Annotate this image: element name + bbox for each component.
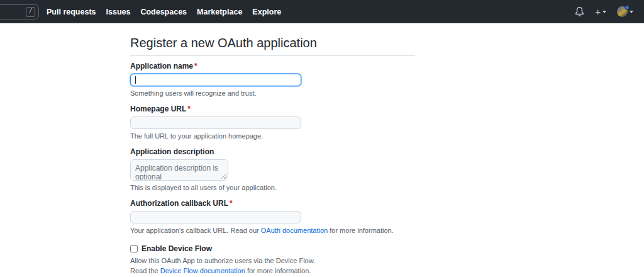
homepage-url-input[interactable]	[130, 116, 301, 129]
device-flow-documentation-link[interactable]: Device Flow documentation	[160, 267, 245, 274]
main-content: Register a new OAuth application Applica…	[0, 23, 415, 277]
field-homepage-url: Homepage URL* The full URL to your appli…	[130, 105, 415, 140]
enable-device-flow-checkbox[interactable]	[130, 245, 138, 252]
enable-device-flow-label[interactable]: Enable Device Flow	[142, 244, 212, 253]
device-flow-help-2: Read the Device Flow documentation for m…	[130, 267, 415, 275]
chevron-down-icon	[602, 11, 606, 13]
field-application-name: Application name* Something users will r…	[130, 62, 415, 98]
nav-item-pull-requests[interactable]: Pull requests	[47, 8, 96, 16]
plus-icon: +	[595, 7, 601, 16]
top-navbar: / Pull requests Issues Codespaces Market…	[0, 0, 644, 23]
nav-item-codespaces[interactable]: Codespaces	[140, 8, 187, 16]
user-menu-button[interactable]	[617, 6, 633, 17]
global-search: /	[0, 0, 39, 23]
nav-item-marketplace[interactable]: Marketplace	[197, 8, 242, 16]
oauth-app-form: Application name* Something users will r…	[130, 62, 415, 277]
callback-url-help: Your application's callback URL. Read ou…	[130, 227, 415, 235]
create-new-button[interactable]: +	[595, 7, 606, 16]
application-name-help: Something users will recognize and trust…	[130, 89, 415, 98]
avatar	[617, 6, 628, 17]
text-cursor	[135, 76, 136, 84]
application-name-input[interactable]	[130, 74, 301, 86]
application-description-label: Application description	[130, 147, 415, 157]
required-asterisk: *	[194, 62, 197, 71]
nav-item-issues[interactable]: Issues	[106, 8, 131, 16]
field-device-flow: Enable Device Flow Allow this OAuth App …	[130, 244, 415, 275]
nav-item-explore[interactable]: Explore	[252, 8, 281, 16]
application-description-help: This is displayed to all users of your a…	[130, 184, 415, 192]
device-flow-help: Allow this OAuth App to authorize users …	[130, 257, 415, 265]
page-title: Register a new OAuth application	[130, 36, 415, 56]
application-description-textarea[interactable]	[130, 159, 228, 181]
primary-nav: Pull requests Issues Codespaces Marketpl…	[47, 8, 281, 16]
application-name-label: Application name*	[130, 62, 415, 71]
required-asterisk: *	[187, 105, 191, 113]
field-application-description: Application description This is displaye…	[130, 147, 415, 192]
chevron-down-icon	[630, 11, 633, 13]
oauth-documentation-link[interactable]: OAuth documentation	[261, 227, 328, 234]
homepage-url-help: The full URL to your application homepag…	[130, 132, 415, 140]
callback-url-label: Authorization callback URL*	[130, 199, 415, 208]
field-callback-url: Authorization callback URL* Your applica…	[130, 199, 415, 235]
search-input[interactable]: /	[0, 4, 39, 20]
notifications-bell-icon[interactable]	[575, 7, 584, 16]
navbar-right: +	[575, 6, 644, 17]
notification-dot	[625, 5, 630, 10]
slash-key-hint: /	[26, 7, 35, 17]
required-asterisk: *	[230, 199, 233, 208]
callback-url-input[interactable]	[130, 211, 301, 223]
homepage-url-label: Homepage URL*	[130, 105, 415, 114]
